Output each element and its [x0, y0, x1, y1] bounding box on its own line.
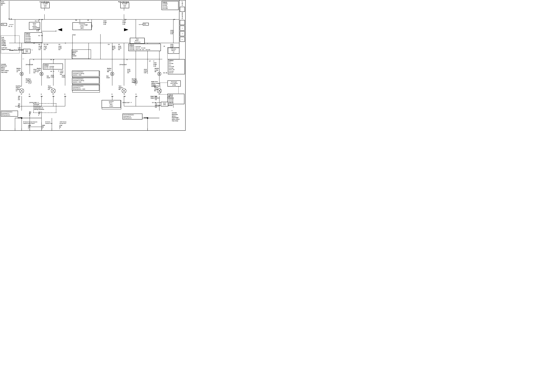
right-turn-lamps-label: Right TurnSignal LampsSupplyVoltage [151, 81, 160, 87]
svg-line-89 [158, 73, 161, 75]
ye9-right-box: YE9 [143, 23, 149, 25]
dl3-dpn-right: DL3/DPN [161, 102, 168, 106]
gd-g403-box: Ground DistributionSchematics inWiring S… [72, 85, 99, 91]
wire-a3-right: 2115D-BU0.8 [118, 46, 122, 50]
wire-2115-right: 2115D-BU0.35 [170, 44, 174, 48]
a8-label: A8 [87, 19, 89, 21]
wire-1550: 1550BK1 [28, 125, 31, 129]
conn-id-top-right: CONN ID C1=68 BK C2=6 BK C3=12 BK C4=12 … [162, 1, 179, 10]
left-turn-lamps-label: LeftTurnSignalLampsSupplyVoltage [1, 37, 6, 46]
svg-point-85 [110, 72, 114, 76]
s100-label: S100 [18, 117, 21, 119]
7f-label: 7F [164, 46, 165, 47]
wire-b3: 2114L-BU0.8 [44, 46, 47, 50]
junction-rear-lamps-right: JunctionBlock –RearLamps [102, 100, 121, 108]
g-backup-right: G [136, 93, 137, 95]
g-park-rf: G [159, 93, 160, 95]
gd-g401-box: Ground DistributionSchematics in WiringS… [72, 78, 99, 84]
bk-7: BK [136, 96, 137, 97]
f-label: F [154, 60, 154, 62]
150-bk-08-left-bottom: 150BK0.8 [18, 103, 20, 108]
bk-5: BK [112, 96, 113, 97]
ipc-box: InstrumentPanelCluster(IPC) [73, 22, 92, 30]
svg-point-108 [21, 117, 22, 119]
bk-4: BK [64, 96, 66, 97]
b1-label: B1 [75, 19, 77, 21]
not-used-right: NotUsed [106, 75, 110, 79]
nav-panel: LOC DESC ↔ → ← [179, 0, 185, 50]
nav-arrows-btn[interactable]: ↔ [180, 26, 185, 31]
conn-id-center: CONN ID C1=8 BU C3=8 BN C2=7 GY C4=7 BK [43, 64, 63, 69]
bnwh-right-label: BN/WH [168, 105, 173, 106]
wire-1650: 1650BK1 [42, 125, 45, 129]
marker-lamp-lf-label: MarkerLamp –LF [16, 68, 21, 72]
bk-2: BK [41, 96, 43, 97]
nav-left-btn[interactable]: ← [180, 37, 185, 42]
e1-sub-label: E [33, 59, 34, 60]
park-turn-lf-label: Park/TurnSignalLamp –LF [16, 85, 22, 92]
wire-2114-lbu-08: 2114L-BU0.35 [36, 27, 40, 32]
conn-id-middle-right: CONN ID C1=68 GY C4=32 GN C2=68 BK C5=2 … [128, 44, 161, 51]
loc-label: LOC [182, 1, 183, 6]
svg-line-84 [40, 73, 43, 75]
wire-2115-dbu-035-2: 2115D-BU0.35 [123, 20, 126, 25]
wire-c4-right: 2115D-BU0.8 [112, 46, 116, 50]
c1-f3-label: C1 F3 [38, 35, 43, 37]
e-right-sub: E [127, 59, 128, 60]
turn-signal-lr-label: TurnSignal –LR [48, 85, 53, 90]
ye9-left-box: YE9 [1, 23, 7, 26]
bk-1: BK [29, 96, 31, 97]
g-left-4: G [64, 93, 66, 95]
marker-lamp-rf-label: MarkerLamp –RF [155, 68, 159, 72]
150-bk-1-left: 150BK1 [29, 111, 31, 116]
c2-26-right: C2 26 [163, 72, 167, 74]
c4-left-label: C4 [33, 42, 35, 44]
left-turn-signal-control-label: Left TurnSignal Control [1, 47, 11, 50]
ye9-right-arrow: → [139, 24, 140, 26]
a3-left-label: A3 [58, 44, 60, 45]
g-left-park: G [21, 93, 22, 95]
junction-rear-lamps-left: JunctionBlock –RearLamps [72, 50, 78, 57]
left-arrow-ddm: ← [55, 29, 58, 33]
bk-6: BK [124, 96, 126, 97]
fuse-block-label: FuseBlock –I/P [1, 1, 6, 6]
svg-line-83 [40, 73, 43, 75]
svg-line-87 [111, 73, 113, 75]
c1-sub-label: C1 [50, 59, 52, 60]
e1-label: E1 [39, 44, 40, 45]
left-arrow-mirror: ← [22, 57, 25, 60]
nav-desc-btn[interactable] [180, 20, 185, 25]
gybk-label: GY/BK [9, 50, 14, 51]
wire-2115-dbu-f: 2115D-BU0.35 [144, 69, 147, 73]
vyu-c125-label: (VYU) C125 [26, 64, 33, 65]
wire-2114-dbu-b: 2114D-BU [51, 75, 54, 78]
wire-a3-left: 2115D-BU0.8 [58, 46, 62, 50]
c3-m-label: C3 M [8, 18, 12, 20]
rt-turn-fuse-box: RT TURNFuse10 A [120, 2, 129, 8]
fuse-block-underhood-box: FuseBlock –Underhood [130, 38, 145, 44]
nav-loc-btn[interactable] [180, 7, 185, 12]
150-bk-1-left2: 150BK1 [38, 111, 41, 116]
dl3-dpn-left: DL3/DPN [23, 49, 31, 53]
marker-lamp-rr-label: MarkerLamp –RR [107, 68, 112, 72]
right-arrow-mirror: → [170, 109, 173, 112]
a6-label: A6 [173, 19, 175, 20]
nav-right-btn[interactable]: → [180, 31, 185, 36]
low-ref-right-label: LowReference [167, 96, 174, 99]
series-1020-label: 10/20 SeriesExcept HVY [60, 121, 66, 124]
svg-point-82 [40, 72, 43, 76]
f3-right: F 2115 D-BU 0.8 [58, 70, 63, 75]
e10-label: E10 [73, 34, 75, 36]
gybk-right-label: GY/BK [156, 105, 161, 106]
bk-3: BK [53, 96, 55, 97]
outside-mirror-passenger-label: OutsideRearviewMirror –Passenger(Wire co… [172, 112, 180, 122]
vyu-c127-f: (VYU) C127 F [123, 102, 132, 104]
wire-2114-lbu-08-lr: 2114L-BU0.8 [33, 69, 37, 73]
c2-11-label: C2 11 [8, 26, 12, 27]
a-label: A [53, 59, 54, 60]
svg-line-81 [20, 73, 23, 75]
backup-lamp-right-label: BackupLamp –Right [132, 78, 137, 83]
wire-2115-f: 2115D-BU0.35 [154, 62, 157, 67]
not-used-left: NotUsed [47, 75, 50, 79]
g-marker-rr: G [112, 93, 113, 95]
